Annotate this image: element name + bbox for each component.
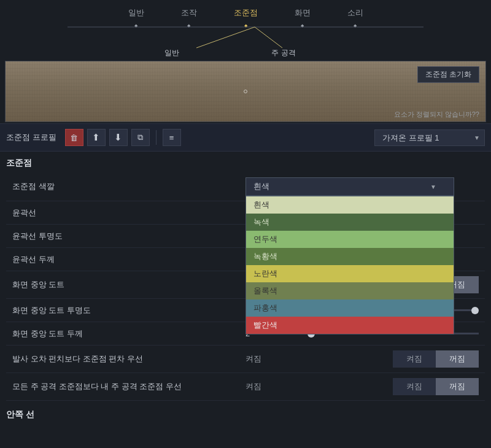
primary-priority-value: 켜짐 켜짐 꺼짐 <box>246 378 479 395</box>
shot-error-label: 발사 오차 펀치보다 조준점 편차 우선 <box>12 353 246 365</box>
color-row: 조준점 색깔 흰색 ▼ 흰색 녹색 연두색 녹황색 노란색 올록색 파홍색 빨간… <box>6 172 485 201</box>
shot-error-row: 발사 오차 펀치보다 조준점 편차 우선 켜짐 켜짐 꺼짐 <box>6 346 485 373</box>
delete-profile-button[interactable]: 🗑 <box>65 129 83 146</box>
aim-settings: 조준점 색깔 흰색 ▼ 흰색 녹색 연두색 녹황색 노란색 올록색 파홍색 빨간… <box>0 172 491 401</box>
color-dropdown: 흰색 녹색 연두색 녹황색 노란색 올록색 파홍색 빨간색 <box>246 196 454 334</box>
tab-control[interactable]: 조작 <box>181 7 197 22</box>
profile-label: 조준점 프로필 <box>6 132 56 143</box>
copy-profile-button[interactable]: ⧉ <box>131 129 150 146</box>
profile-select[interactable]: 가져온 프로필 1 <box>374 129 485 146</box>
shot-error-on-button[interactable]: 켜짐 <box>393 350 436 368</box>
color-value: 흰색 ▼ 흰색 녹색 연두색 녹황색 노란색 올록색 파홍색 빨간색 <box>246 177 479 196</box>
profile-bar: 조준점 프로필 🗑 ⬆ ⬇ ⧉ ≡ 가져온 프로필 1 ▼ <box>0 123 491 152</box>
color-dropdown-arrow: ▼ <box>430 183 436 190</box>
outline-label: 윤곽선 <box>12 207 246 218</box>
primary-priority-row: 모든 주 공격 조준점보다 내 주 공격 조준점 우선 켜짐 켜짐 꺼짐 <box>6 373 485 401</box>
color-option-yellow-green[interactable]: 녹황색 <box>246 248 454 265</box>
tab-sound[interactable]: 소리 <box>347 7 363 22</box>
top-navigation: 일반 조작 조준점 화면 소리 <box>0 0 491 22</box>
reset-button[interactable]: 조준점 초기화 <box>417 66 479 83</box>
tab-aim[interactable]: 조준점 <box>234 7 258 22</box>
primary-priority-on-label: 켜짐 <box>246 381 261 392</box>
center-dot-opacity-label: 화면 중앙 도트 투명도 <box>12 305 246 316</box>
download-profile-button[interactable]: ⬇ <box>109 129 128 146</box>
inner-line-section-title: 안쪽 선 <box>0 403 491 424</box>
color-option-olive[interactable]: 올록색 <box>246 282 454 299</box>
outline-opacity-label: 윤곽선 투명도 <box>12 231 246 242</box>
outline-thickness-label: 윤곽선 두께 <box>12 254 246 265</box>
primary-priority-toggle: 켜짐 꺼짐 <box>393 378 479 395</box>
color-select-trigger[interactable]: 흰색 ▼ <box>246 177 454 196</box>
shot-error-toggle: 켜짐 꺼짐 <box>393 350 479 368</box>
shot-error-off-button[interactable]: 꺼짐 <box>436 350 479 368</box>
shot-error-value: 켜짐 켜짐 꺼짐 <box>246 350 479 368</box>
color-option-white[interactable]: 흰색 <box>246 196 454 214</box>
center-dot-label: 화면 중앙 도트 <box>12 279 246 290</box>
svg-line-2 <box>255 27 282 48</box>
profile-select-wrapper: 가져온 프로필 1 ▼ <box>374 129 485 146</box>
color-option-red[interactable]: 빨간색 <box>246 317 454 334</box>
list-icon: ≡ <box>169 133 174 142</box>
primary-priority-on-button[interactable]: 켜짐 <box>393 378 436 395</box>
color-select-wrapper: 흰색 ▼ 흰색 녹색 연두색 녹황색 노란색 올록색 파홍색 빨간색 <box>246 177 479 196</box>
nav-tabs: 일반 조작 조준점 화면 소리 <box>128 7 363 22</box>
aim-section-title: 조준점 <box>0 152 491 172</box>
crosshair-dot <box>244 90 247 93</box>
tab-screen[interactable]: 화면 <box>295 7 311 22</box>
svg-line-1 <box>196 27 255 48</box>
primary-priority-label: 모든 주 공격 조준점보다 내 주 공격 조준점 우선 <box>12 381 246 392</box>
shot-error-on-label: 켜짐 <box>246 353 261 365</box>
sub-labels: 일반 주 공격 <box>0 48 491 61</box>
tab-general[interactable]: 일반 <box>128 7 144 22</box>
delete-icon: 🗑 <box>70 133 78 142</box>
upload-icon: ⬆ <box>92 132 100 143</box>
color-label: 조준점 색깔 <box>12 181 246 192</box>
color-option-yellow[interactable]: 노란색 <box>246 265 454 282</box>
preview-area: 조준점 초기화 요소가 정렬되지 않습니까?? <box>5 61 486 122</box>
list-profile-button[interactable]: ≡ <box>163 129 181 146</box>
sub-label-primary: 주 공격 <box>271 48 295 58</box>
profile-divider <box>156 130 157 145</box>
download-icon: ⬇ <box>114 132 122 143</box>
color-option-teal[interactable]: 파홍색 <box>246 299 454 317</box>
primary-priority-off-button[interactable]: 꺼짐 <box>436 378 479 395</box>
sub-label-general: 일반 <box>164 48 179 58</box>
preview-warning: 요소가 정렬되지 않습니까?? <box>394 110 479 119</box>
upload-profile-button[interactable]: ⬆ <box>87 129 106 146</box>
color-option-lime[interactable]: 연두색 <box>246 231 454 248</box>
copy-icon: ⧉ <box>137 133 143 142</box>
color-option-green[interactable]: 녹색 <box>246 214 454 231</box>
center-dot-thickness-label: 화면 중앙 도트 두께 <box>12 328 246 339</box>
